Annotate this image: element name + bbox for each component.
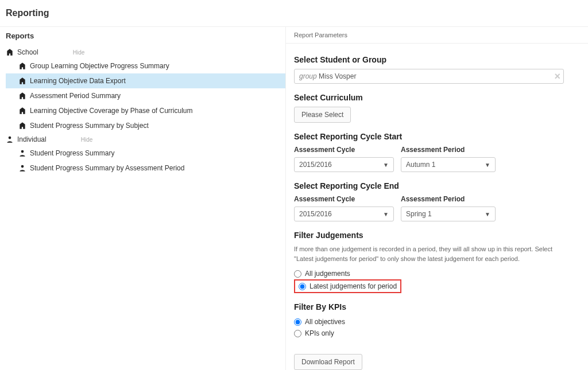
- tree-group: IndividualHideStudent Progress SummarySt…: [5, 133, 285, 176]
- select-cycle-end-cycle-value: 2015/2016: [299, 210, 332, 218]
- tree-item-label: Student Progress Summary: [26, 149, 114, 157]
- radio-all-judgements-input[interactable]: [294, 270, 301, 278]
- label-curriculum: Select Curriculum: [294, 93, 580, 102]
- label-cycle-start: Select Reporting Cycle Start: [294, 132, 580, 141]
- page-title: Reporting: [0, 0, 588, 26]
- tree-group-hide[interactable]: Hide: [47, 137, 93, 143]
- download-report-button[interactable]: Download Report: [294, 354, 362, 370]
- svg-point-1: [21, 150, 24, 153]
- section-student-group: Select Student or Group group Miss Vospe…: [294, 55, 580, 84]
- building-icon: [18, 122, 26, 130]
- student-group-prefix: group: [299, 72, 317, 80]
- tree-item[interactable]: Learning Objective Data Export: [6, 73, 285, 88]
- label-cycle-end-period: Assessment Period: [401, 195, 496, 203]
- section-filter-judgements: Filter Judgements If more than one judge…: [294, 231, 580, 293]
- tree-item[interactable]: Student Progress Summary by Assessment P…: [6, 161, 285, 176]
- please-select-button[interactable]: Please Select: [294, 107, 351, 123]
- select-cycle-start-cycle-value: 2015/2016: [299, 161, 332, 169]
- tree-group-header[interactable]: SchoolHide: [6, 46, 285, 59]
- tree-group-label: Individual: [14, 135, 47, 143]
- label-cycle-end-cycle: Assessment Cycle: [294, 195, 394, 203]
- radio-latest-judgements-label: Latest judgements for period: [310, 282, 397, 290]
- section-cycle-start: Select Reporting Cycle Start Assessment …: [294, 132, 580, 172]
- radio-all-judgements[interactable]: All judgements: [294, 268, 350, 279]
- section-filter-kpis: Filter By KPIs All objectives KPIs only: [294, 302, 580, 339]
- tree-item-label: Student Progress Summary by Assessment P…: [26, 164, 184, 172]
- building-icon: [18, 62, 26, 70]
- label-cycle-start-cycle: Assessment Cycle: [294, 146, 394, 154]
- section-curriculum: Select Curriculum Please Select: [294, 93, 580, 123]
- sidebar-heading: Reports: [5, 27, 285, 46]
- report-tree: SchoolHideGroup Learning Objective Progr…: [5, 46, 285, 176]
- person-icon: [6, 135, 14, 143]
- label-filter-kpis: Filter By KPIs: [294, 302, 580, 311]
- label-filter-judgements: Filter Judgements: [294, 231, 580, 240]
- clear-icon[interactable]: ×: [554, 71, 560, 81]
- select-cycle-start-period[interactable]: Autumn 1 ▼: [401, 157, 496, 172]
- radio-kpis-only[interactable]: KPIs only: [294, 328, 334, 339]
- tree-item[interactable]: Student Progress Summary: [6, 146, 285, 161]
- chevron-down-icon: ▼: [383, 211, 389, 217]
- radio-all-objectives-label: All objectives: [305, 318, 345, 326]
- radio-all-judgements-label: All judgements: [305, 270, 350, 278]
- tree-group: SchoolHideGroup Learning Objective Progr…: [5, 46, 285, 133]
- tree-item[interactable]: Assessment Period Summary: [6, 88, 285, 103]
- svg-point-0: [9, 137, 11, 139]
- student-group-input[interactable]: group Miss Vosper ×: [294, 69, 564, 84]
- svg-point-2: [21, 165, 24, 168]
- building-icon: [6, 48, 14, 56]
- tree-group-header[interactable]: IndividualHide: [6, 133, 285, 146]
- building-icon: [18, 92, 26, 100]
- params-body: Select Student or Group group Miss Vospe…: [286, 44, 588, 370]
- select-cycle-end-period-value: Spring 1: [406, 210, 432, 218]
- building-icon: [18, 77, 26, 85]
- tree-item-label: Learning Objective Coverage by Phase of …: [26, 107, 192, 115]
- label-cycle-end: Select Reporting Cycle End: [294, 181, 580, 190]
- radio-latest-judgements-input[interactable]: [299, 283, 306, 290]
- tree-item-label: Group Learning Objective Progress Summar…: [26, 62, 169, 70]
- report-parameters-panel: Report Parameters Select Student or Grou…: [285, 26, 588, 370]
- help-filter-judgements: If more than one judgement is recorded i…: [294, 244, 564, 263]
- select-cycle-end-cycle[interactable]: 2015/2016 ▼: [294, 207, 394, 221]
- chevron-down-icon: ▼: [485, 162, 490, 168]
- tree-group-label: School: [14, 48, 38, 56]
- tree-item-label: Student Progress Summary by Subject: [26, 122, 149, 130]
- radio-all-objectives[interactable]: All objectives: [294, 316, 345, 328]
- label-cycle-start-period: Assessment Period: [401, 146, 496, 154]
- building-icon: [18, 107, 26, 115]
- params-header: Report Parameters: [286, 27, 588, 44]
- select-cycle-start-cycle[interactable]: 2015/2016 ▼: [294, 157, 394, 172]
- person-icon: [18, 149, 26, 157]
- section-cycle-end: Select Reporting Cycle End Assessment Cy…: [294, 181, 580, 221]
- select-cycle-end-period[interactable]: Spring 1 ▼: [401, 207, 496, 221]
- main-layout: Reports SchoolHideGroup Learning Objecti…: [0, 26, 588, 370]
- radio-all-objectives-input[interactable]: [294, 318, 301, 326]
- tree-item-label: Assessment Period Summary: [26, 92, 121, 100]
- tree-item-label: Learning Objective Data Export: [26, 77, 126, 85]
- tree-item[interactable]: Learning Objective Coverage by Phase of …: [6, 103, 285, 118]
- sidebar: Reports SchoolHideGroup Learning Objecti…: [0, 26, 285, 370]
- label-student-group: Select Student or Group: [294, 55, 580, 64]
- student-group-value: Miss Vosper: [319, 72, 356, 80]
- select-cycle-start-period-value: Autumn 1: [406, 161, 435, 169]
- radio-kpis-only-input[interactable]: [294, 330, 301, 337]
- tree-item[interactable]: Student Progress Summary by Subject: [6, 118, 285, 133]
- radio-kpis-only-label: KPIs only: [305, 329, 334, 337]
- chevron-down-icon: ▼: [485, 211, 490, 217]
- chevron-down-icon: ▼: [383, 162, 389, 168]
- tree-group-hide[interactable]: Hide: [38, 49, 85, 56]
- tree-item[interactable]: Group Learning Objective Progress Summar…: [6, 59, 285, 73]
- radio-latest-judgements[interactable]: Latest judgements for period: [294, 279, 401, 293]
- person-icon: [18, 164, 26, 172]
